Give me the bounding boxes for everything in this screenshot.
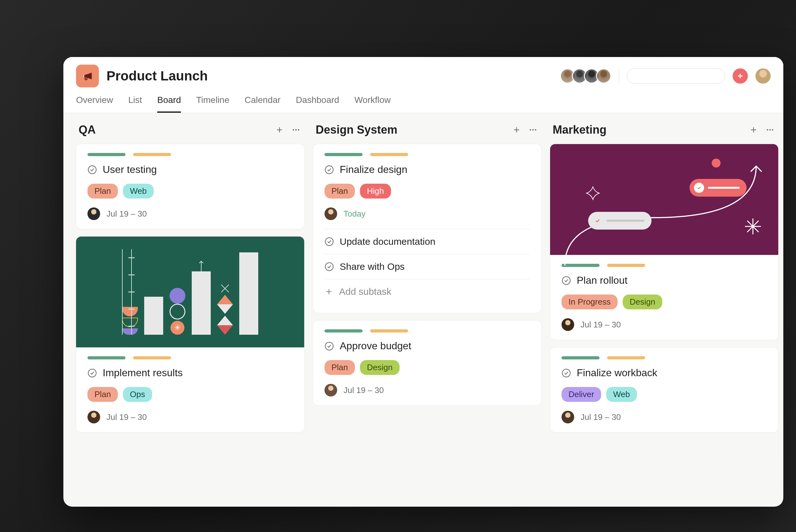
complete-check-icon[interactable] bbox=[561, 368, 571, 378]
task-card[interactable]: User testing PlanWeb Jul 19 – 30 bbox=[76, 144, 304, 229]
task-card[interactable]: Approve budget PlanDesign Jul 19 – 30 bbox=[313, 321, 541, 405]
status-bars bbox=[561, 356, 767, 359]
column-add-button[interactable] bbox=[274, 124, 285, 135]
assignee-avatar[interactable] bbox=[88, 411, 100, 423]
complete-check-icon[interactable] bbox=[325, 341, 334, 351]
tab-workflow[interactable]: Workflow bbox=[354, 95, 391, 113]
complete-check-icon[interactable] bbox=[88, 368, 97, 378]
team-avatars[interactable] bbox=[560, 69, 611, 83]
svg-point-8 bbox=[295, 129, 297, 131]
svg-point-10 bbox=[88, 166, 96, 173]
tag-web[interactable]: Web bbox=[123, 184, 154, 198]
complete-check-icon[interactable] bbox=[561, 276, 571, 285]
current-user-avatar[interactable] bbox=[756, 69, 771, 83]
add-subtask-button[interactable]: Add subtask bbox=[325, 279, 530, 304]
divider bbox=[619, 69, 619, 83]
complete-check-icon[interactable] bbox=[325, 165, 334, 174]
column-more-button[interactable] bbox=[290, 124, 302, 135]
card-title: Approve budget bbox=[340, 340, 411, 352]
tag-plan[interactable]: Plan bbox=[88, 184, 118, 198]
tabs: OverviewListBoardTimelineCalendarDashboa… bbox=[76, 95, 771, 113]
project-icon[interactable] bbox=[76, 64, 99, 88]
status-bars bbox=[88, 153, 293, 156]
status-bars bbox=[88, 356, 293, 359]
svg-point-25 bbox=[535, 129, 536, 131]
tab-overview[interactable]: Overview bbox=[76, 95, 113, 113]
tag-deliver[interactable]: Deliver bbox=[561, 387, 601, 402]
svg-point-24 bbox=[532, 129, 534, 131]
due-date: Jul 19 – 30 bbox=[580, 320, 621, 330]
svg-point-28 bbox=[326, 263, 333, 271]
subtask[interactable]: Share with Ops bbox=[325, 254, 530, 279]
column-title[interactable]: QA bbox=[79, 123, 274, 136]
svg-point-36 bbox=[772, 129, 774, 131]
svg-point-35 bbox=[770, 129, 771, 131]
subtask-list: Update documentationShare with OpsAdd su… bbox=[325, 229, 530, 304]
card-title: Implement results bbox=[103, 367, 183, 379]
complete-check-icon[interactable] bbox=[325, 262, 334, 271]
card-image-chart: ✳ bbox=[76, 236, 304, 347]
due-date: Jul 19 – 30 bbox=[344, 385, 384, 395]
search-input[interactable] bbox=[637, 72, 732, 80]
tag-plan[interactable]: Plan bbox=[325, 184, 355, 198]
svg-point-26 bbox=[326, 166, 333, 173]
tag-plan[interactable]: Plan bbox=[88, 387, 118, 402]
svg-point-42 bbox=[562, 369, 570, 377]
column-marketing: Marketing Plan rollout In ProgressDesign… bbox=[550, 123, 778, 489]
tag-plan[interactable]: Plan bbox=[325, 360, 355, 375]
tag-web[interactable]: Web bbox=[606, 387, 637, 402]
column-title[interactable]: Marketing bbox=[553, 123, 748, 136]
project-title[interactable]: Product Launch bbox=[107, 69, 208, 83]
status-bars bbox=[325, 153, 530, 156]
column-add-button[interactable] bbox=[511, 124, 522, 135]
column-add-button[interactable] bbox=[748, 124, 759, 135]
svg-point-27 bbox=[326, 238, 333, 246]
column-title[interactable]: Design System bbox=[316, 123, 511, 136]
plus-icon bbox=[325, 287, 333, 296]
tab-board[interactable]: Board bbox=[157, 95, 181, 113]
team-avatar[interactable] bbox=[596, 69, 611, 83]
tag-design[interactable]: Design bbox=[623, 294, 662, 309]
subtask[interactable]: Update documentation bbox=[325, 229, 530, 254]
subtask-title: Share with Ops bbox=[340, 261, 405, 272]
tag-high[interactable]: High bbox=[360, 184, 391, 198]
column-more-button[interactable] bbox=[764, 124, 776, 135]
svg-point-41 bbox=[562, 277, 570, 284]
due-date: Today bbox=[344, 209, 365, 219]
tab-dashboard[interactable]: Dashboard bbox=[296, 95, 339, 113]
svg-point-23 bbox=[530, 129, 532, 131]
card-title: Finalize workback bbox=[577, 367, 657, 379]
complete-check-icon[interactable] bbox=[325, 237, 334, 246]
tab-list[interactable]: List bbox=[128, 95, 142, 113]
assignee-avatar[interactable] bbox=[88, 207, 100, 220]
due-date: Jul 19 – 30 bbox=[107, 412, 147, 422]
task-card[interactable]: Plan rollout In ProgressDesign Jul 19 – … bbox=[550, 144, 778, 340]
app-window: Product Launch OverviewListBoardTimeline… bbox=[63, 57, 783, 507]
complete-check-icon[interactable] bbox=[88, 165, 97, 174]
tab-timeline[interactable]: Timeline bbox=[196, 95, 229, 113]
svg-point-9 bbox=[298, 129, 299, 131]
column-design-system: Design System Finalize design PlanHigh T… bbox=[313, 123, 541, 489]
tab-calendar[interactable]: Calendar bbox=[245, 95, 281, 113]
search-box[interactable] bbox=[627, 69, 725, 83]
column-qa: QA User testing PlanWeb Jul 19 – 30 ✳ Im… bbox=[76, 123, 304, 489]
svg-point-34 bbox=[767, 129, 769, 131]
assignee-avatar[interactable] bbox=[561, 411, 574, 423]
assignee-avatar[interactable] bbox=[325, 384, 337, 397]
assignee-avatar[interactable] bbox=[325, 207, 337, 220]
card-title: User testing bbox=[103, 164, 157, 175]
task-card[interactable]: Finalize design PlanHigh Today Update do… bbox=[313, 144, 541, 313]
tag-inprogress[interactable]: In Progress bbox=[561, 294, 617, 309]
tag-design[interactable]: Design bbox=[360, 360, 400, 375]
due-date: Jul 19 – 30 bbox=[580, 412, 621, 422]
task-card[interactable]: ✳ Implement results PlanOps Jul 19 – 30 bbox=[76, 236, 304, 432]
column-more-button[interactable] bbox=[527, 124, 539, 135]
board: QA User testing PlanWeb Jul 19 – 30 ✳ Im… bbox=[63, 113, 783, 499]
svg-point-7 bbox=[293, 129, 294, 131]
assignee-avatar[interactable] bbox=[561, 318, 574, 331]
global-add-button[interactable] bbox=[733, 69, 748, 83]
card-title: Finalize design bbox=[340, 164, 407, 175]
task-card[interactable]: Finalize workback DeliverWeb Jul 19 – 30 bbox=[550, 347, 778, 432]
tag-ops[interactable]: Ops bbox=[123, 387, 152, 402]
due-date: Jul 19 – 30 bbox=[107, 209, 147, 219]
